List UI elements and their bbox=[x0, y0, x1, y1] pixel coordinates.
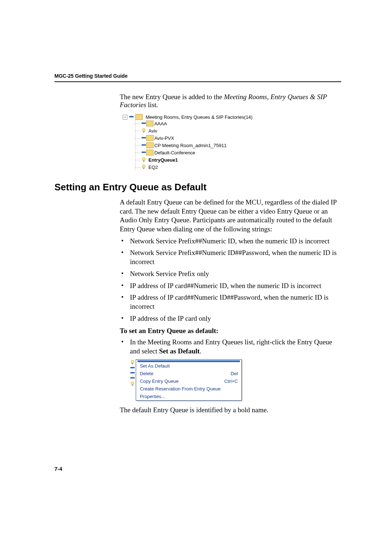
svg-point-4 bbox=[142, 165, 145, 168]
menu-item-label: Create Reservation From Entry Queue bbox=[140, 386, 221, 392]
svg-rect-7 bbox=[132, 363, 133, 364]
bullet-item: Network Service Prefix##Numeric ID, when… bbox=[120, 237, 341, 246]
tree-root-row: − ●●● Meeting Rooms, Entry Queues & SIP … bbox=[123, 114, 341, 120]
tree-item-label: CP Meeting Room_admin1_75911 bbox=[154, 143, 226, 148]
entry-queue-icon bbox=[141, 128, 146, 133]
svg-rect-3 bbox=[143, 161, 144, 162]
paragraph: A default Entry Queue can be defined for… bbox=[120, 198, 341, 234]
context-menu-item-create-reservation[interactable]: Create Reservation From Entry Queue bbox=[136, 385, 241, 393]
tree-item[interactable]: EntryQueue1 bbox=[135, 156, 341, 163]
intro-post: list. bbox=[146, 101, 158, 109]
menu-item-label: Set As Default bbox=[140, 363, 170, 369]
tree-item-label: EQ2 bbox=[148, 165, 158, 170]
page-header: MGC-25 Getting Started Guide bbox=[54, 73, 341, 82]
tree-item[interactable]: EQ2 bbox=[135, 163, 341, 171]
svg-rect-1 bbox=[143, 131, 144, 133]
section-body: A default Entry Queue can be defined for… bbox=[120, 198, 341, 356]
closing-paragraph-wrap: The default Entry Queue is identified by… bbox=[120, 406, 341, 415]
menu-item-shortcut: Del bbox=[231, 371, 238, 376]
closing-paragraph: The default Entry Queue is identified by… bbox=[120, 406, 341, 415]
menu-item-label: Delete bbox=[140, 371, 154, 376]
step-text-bold: Set as Default bbox=[159, 347, 200, 355]
tree-item[interactable]: Aviv bbox=[135, 127, 341, 134]
svg-rect-5 bbox=[143, 168, 144, 169]
context-menu-item-properties[interactable]: Properties... bbox=[136, 393, 241, 400]
tree-root-label: Meeting Rooms, Entry Queues & SIP Factor… bbox=[146, 114, 253, 120]
people-icon: ●●● bbox=[141, 135, 146, 139]
bullet-item: IP address of the IP card only bbox=[120, 314, 341, 323]
tree-item[interactable]: ●●● Aviv-PVX bbox=[135, 134, 341, 142]
menu-item-shortcut: Ctrl+C bbox=[224, 378, 238, 384]
context-menu-item-copy[interactable]: Copy Entry Queue Ctrl+C bbox=[136, 377, 241, 385]
svg-point-0 bbox=[142, 129, 145, 131]
context-menu-item-delete[interactable]: Delete Del bbox=[136, 370, 241, 377]
people-icon: ●●● bbox=[130, 370, 134, 374]
step-item: In the Meeting Rooms and Entry Queues li… bbox=[120, 338, 341, 356]
entry-queue-icon bbox=[130, 360, 135, 365]
bullet-item: IP address of IP card##Numeric ID##Passw… bbox=[120, 293, 341, 311]
header-divider bbox=[54, 81, 341, 82]
svg-rect-9 bbox=[132, 385, 133, 386]
people-icon: ●●● bbox=[141, 150, 146, 154]
menu-item-label: Copy Entry Queue bbox=[140, 378, 179, 384]
bullet-item: Network Service Prefix only bbox=[120, 270, 341, 279]
context-menu-item-set-default[interactable]: Set As Default bbox=[136, 362, 241, 370]
bullet-item: Network Service Prefix##Numeric ID##Pass… bbox=[120, 248, 341, 266]
section-heading: Setting an Entry Queue as Default bbox=[54, 182, 341, 193]
tree-children: ●●● AAAA Aviv ●●● Aviv-PVX ●●● CP Meetin… bbox=[135, 120, 341, 171]
people-icon: ●●● bbox=[130, 365, 134, 369]
tree-view: − ●●● Meeting Rooms, Entry Queues & SIP … bbox=[123, 114, 341, 171]
bullet-list: Network Service Prefix##Numeric ID, when… bbox=[120, 237, 341, 323]
folder-icon bbox=[146, 121, 154, 126]
people-icon: ●●● bbox=[141, 121, 146, 125]
tree-item-label: Aviv bbox=[148, 128, 157, 134]
bullet-item: IP address of IP card##Numeric ID, when … bbox=[120, 281, 341, 291]
intro-pre: The new Entry Queue is added to the bbox=[120, 93, 224, 101]
page-container: MGC-25 Getting Started Guide The new Ent… bbox=[0, 0, 392, 508]
context-menu: Set As Default Delete Del Copy Entry Que… bbox=[136, 359, 242, 401]
page-number: 7-4 bbox=[54, 466, 341, 472]
people-icon: ●●● bbox=[130, 376, 134, 380]
menu-item-label: Properties... bbox=[140, 394, 165, 399]
tree-item-label: EntryQueue1 bbox=[148, 157, 178, 163]
tree-item[interactable]: ●●● Default-Conference bbox=[135, 149, 341, 156]
step-text-post: . bbox=[200, 347, 201, 355]
svg-point-8 bbox=[131, 382, 134, 385]
tree-item-label: AAAA bbox=[154, 121, 167, 126]
tree-item[interactable]: ●●● CP Meeting Room_admin1_75911 bbox=[135, 142, 341, 149]
tree-item-label: Aviv-PVX bbox=[154, 135, 174, 141]
people-icon: ●●● bbox=[141, 143, 146, 147]
intro-paragraph: The new Entry Queue is added to the Meet… bbox=[120, 93, 341, 109]
svg-point-2 bbox=[142, 158, 145, 161]
folder-icon bbox=[146, 150, 154, 155]
folder-icon bbox=[146, 142, 154, 148]
people-icon: ●●● bbox=[129, 114, 133, 118]
entry-queue-icon bbox=[130, 381, 135, 386]
entry-queue-icon bbox=[141, 157, 146, 162]
context-menu-side-icons: ●●● ●●● ●●● bbox=[130, 359, 136, 386]
folder-open-icon bbox=[135, 114, 143, 120]
tree-item-label: Default-Conference bbox=[154, 150, 195, 155]
collapse-icon[interactable]: − bbox=[123, 115, 127, 119]
step-list: In the Meeting Rooms and Entry Queues li… bbox=[120, 338, 341, 356]
context-menu-figure: ●●● ●●● ●●● Set As Default Delete Del Co… bbox=[130, 359, 341, 401]
svg-point-6 bbox=[131, 360, 134, 363]
folder-icon bbox=[146, 135, 154, 141]
guide-title: MGC-25 Getting Started Guide bbox=[54, 73, 127, 79]
procedure-heading: To set an Entry Queue as default: bbox=[120, 327, 341, 336]
tree-item[interactable]: ●●● AAAA bbox=[135, 120, 341, 127]
entry-queue-icon bbox=[141, 165, 146, 170]
